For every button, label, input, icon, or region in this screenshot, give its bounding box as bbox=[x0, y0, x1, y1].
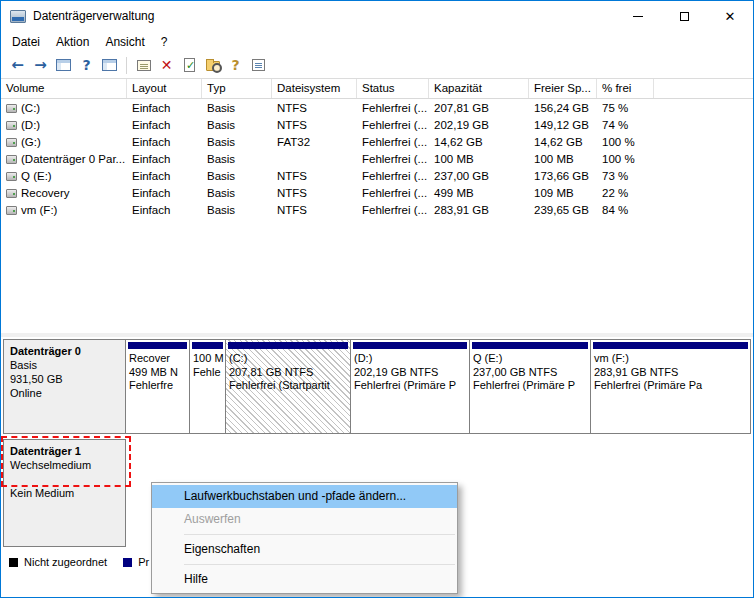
maximize-button[interactable] bbox=[661, 1, 707, 31]
titlebar: Datenträgerverwaltung ✕ bbox=[1, 1, 753, 31]
close-button[interactable]: ✕ bbox=[707, 1, 753, 31]
cell-dateisystem: NTFS bbox=[272, 170, 357, 182]
cell-dateisystem: NTFS bbox=[272, 102, 357, 114]
cell-pct-frei: 22 % bbox=[597, 187, 654, 199]
column-status[interactable]: Status bbox=[357, 79, 429, 98]
export-list-icon[interactable] bbox=[247, 54, 270, 76]
table-row[interactable]: Recovery Einfach Basis NTFS Fehlerfrei (… bbox=[1, 184, 753, 201]
find-folder-icon[interactable] bbox=[201, 54, 224, 76]
partition-vm-f[interactable]: vm (F:) 283,91 GB NTFS Fehlerfrei (Primä… bbox=[590, 339, 751, 434]
partition-size: 237,00 GB NTFS bbox=[470, 366, 590, 380]
close-icon: ✕ bbox=[725, 10, 736, 23]
disk0-label[interactable]: Datenträger 0 Basis 931,50 GB Online bbox=[3, 339, 126, 434]
minimize-button[interactable] bbox=[615, 1, 661, 31]
console-tree-glyph bbox=[56, 59, 71, 71]
column-kapazitaet[interactable]: Kapazität bbox=[429, 79, 529, 98]
help-topics-icon[interactable]: ? bbox=[224, 54, 247, 76]
menu-ansicht[interactable]: Ansicht bbox=[97, 33, 152, 51]
disk-management-window: Datenträgerverwaltung ✕ Datei Aktion Ans… bbox=[0, 0, 754, 598]
menu-item-change-drive-letter[interactable]: Laufwerkbuchstaben und -pfade ändern... bbox=[152, 485, 457, 508]
partition-color-bar bbox=[472, 342, 588, 349]
column-layout[interactable]: Layout bbox=[127, 79, 202, 98]
cell-pct-frei: 74 % bbox=[597, 119, 654, 131]
partition-q-e[interactable]: Q (E:) 237,00 GB NTFS Fehlerfrei (Primär… bbox=[469, 339, 591, 434]
partition-color-bar bbox=[192, 342, 223, 349]
cell-status: Fehlerfrei (... bbox=[357, 119, 429, 131]
table-header: Volume Layout Typ Dateisystem Status Kap… bbox=[1, 79, 753, 99]
table-row[interactable]: (G:) Einfach Basis FAT32 Fehlerfrei (...… bbox=[1, 133, 753, 150]
cell-dateisystem: NTFS bbox=[272, 119, 357, 131]
partition-c[interactable]: (C:) 207,81 GB NTFS Fehlerfrei (Startpar… bbox=[225, 339, 351, 434]
doc-glyph bbox=[184, 58, 195, 72]
delete-icon[interactable]: ✕ bbox=[155, 54, 178, 76]
partition-recovery[interactable]: Recover 499 MB N Fehlerfre bbox=[125, 339, 190, 434]
disk1-name: Datenträger 1 bbox=[10, 444, 119, 458]
maximize-icon bbox=[680, 12, 689, 21]
cell-status: Fehlerfrei (... bbox=[357, 136, 429, 148]
menu-item-properties[interactable]: Eigenschaften bbox=[152, 538, 457, 561]
console-window-icon[interactable] bbox=[98, 54, 121, 76]
back-icon[interactable]: ← bbox=[6, 54, 29, 76]
cell-typ: Basis bbox=[202, 119, 272, 131]
menu-item-eject: Auswerfen bbox=[152, 508, 457, 531]
cell-freier-sp: 109 MB bbox=[529, 187, 597, 199]
forward-icon[interactable]: → bbox=[29, 54, 52, 76]
partition-status: Fehlerfrei (Primäre P bbox=[351, 379, 469, 393]
table-row[interactable]: vm (F:) Einfach Basis NTFS Fehlerfrei (.… bbox=[1, 201, 753, 218]
table-row[interactable]: (Datenträger 0 Par... Einfach Basis Fehl… bbox=[1, 150, 753, 167]
popup-glyph bbox=[137, 60, 151, 71]
table-row[interactable]: (D:) Einfach Basis NTFS Fehlerfrei (... … bbox=[1, 116, 753, 133]
menu-help[interactable]: ? bbox=[153, 33, 176, 51]
cell-typ: Basis bbox=[202, 170, 272, 182]
partition-efi[interactable]: 100 M Fehle bbox=[189, 339, 226, 434]
unallocated-label: Nicht zugeordnet bbox=[24, 556, 107, 568]
cell-freier-sp: 239,65 GB bbox=[529, 204, 597, 216]
menu-datei[interactable]: Datei bbox=[4, 33, 48, 51]
partition-name: (D:) bbox=[351, 352, 469, 366]
cell-freier-sp: 156,24 GB bbox=[529, 102, 597, 114]
partition-color-bar bbox=[128, 342, 187, 349]
partition-status: Fehle bbox=[190, 366, 225, 380]
cell-kapazitaet: 14,62 GB bbox=[429, 136, 529, 148]
cell-volume: vm (F:) bbox=[1, 204, 127, 216]
help-icon[interactable]: ? bbox=[75, 54, 98, 76]
disk1-label[interactable]: Datenträger 1 Wechselmedium Kein Medium bbox=[3, 439, 126, 547]
partition-color-bar bbox=[353, 342, 467, 349]
disk0-row: Datenträger 0 Basis 931,50 GB Online Rec… bbox=[3, 339, 751, 434]
cell-freier-sp: 100 MB bbox=[529, 153, 597, 165]
cell-layout: Einfach bbox=[127, 187, 202, 199]
partition-name: Q (E:) bbox=[470, 352, 590, 366]
partition-size: 283,91 GB NTFS bbox=[591, 366, 750, 380]
table-row[interactable]: Q (E:) Einfach Basis NTFS Fehlerfrei (..… bbox=[1, 167, 753, 184]
disk0-status: Online bbox=[10, 386, 119, 400]
list-glyph bbox=[252, 59, 265, 71]
cell-freier-sp: 149,12 GB bbox=[529, 119, 597, 131]
menu-item-help[interactable]: Hilfe bbox=[152, 568, 457, 591]
volume-icon bbox=[6, 138, 17, 147]
cell-kapazitaet: 207,81 GB bbox=[429, 102, 529, 114]
column-typ[interactable]: Typ bbox=[202, 79, 272, 98]
disk1-media-status: Kein Medium bbox=[10, 486, 119, 500]
partition-size: 202,19 GB NTFS bbox=[351, 366, 469, 380]
cell-status: Fehlerfrei (... bbox=[357, 170, 429, 182]
console-tree-icon[interactable] bbox=[52, 54, 75, 76]
disk0-size: 931,50 GB bbox=[10, 372, 119, 386]
primary-partition-swatch bbox=[123, 558, 132, 567]
toolbar: ← → ? ✕ ? bbox=[1, 52, 753, 79]
column-freier-sp[interactable]: Freier Sp... bbox=[529, 79, 597, 98]
cell-layout: Einfach bbox=[127, 102, 202, 114]
minimize-icon bbox=[633, 16, 643, 17]
context-menu: Laufwerkbuchstaben und -pfade ändern... … bbox=[151, 482, 458, 594]
partition-name: Recover bbox=[126, 352, 189, 366]
column-pct-frei[interactable]: % frei bbox=[597, 79, 654, 98]
cell-typ: Basis bbox=[202, 102, 272, 114]
check-document-icon[interactable] bbox=[178, 54, 201, 76]
cell-kapazitaet: 202,19 GB bbox=[429, 119, 529, 131]
menu-aktion[interactable]: Aktion bbox=[48, 33, 97, 51]
column-volume[interactable]: Volume bbox=[1, 79, 127, 98]
partition-d[interactable]: (D:) 202,19 GB NTFS Fehlerfrei (Primäre … bbox=[350, 339, 470, 434]
table-row[interactable]: (C:) Einfach Basis NTFS Fehlerfrei (... … bbox=[1, 99, 753, 116]
window-title: Datenträgerverwaltung bbox=[33, 9, 154, 23]
column-dateisystem[interactable]: Dateisystem bbox=[272, 79, 357, 98]
action-popup-icon[interactable] bbox=[132, 54, 155, 76]
